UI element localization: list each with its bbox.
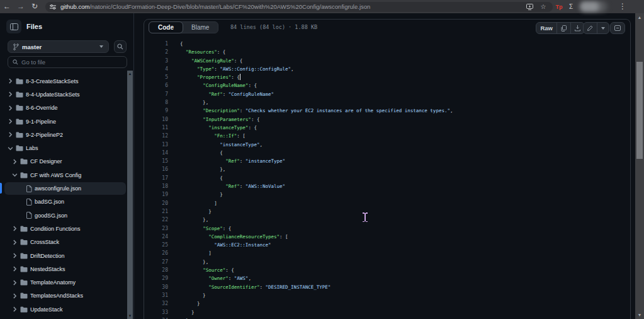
line-number[interactable]: 24 [149,233,168,241]
tree-item-nestedstacks[interactable]: NestedStacks [0,262,127,276]
download-button[interactable] [570,23,584,33]
extension-tp-icon[interactable]: Tp [553,4,565,10]
collapse-sidebar-icon[interactable] [6,20,21,33]
code-line-15[interactable]: 15 "Ref": "instanceType" [144,157,630,165]
line-number[interactable]: 20 [149,199,168,207]
code-editor[interactable]: 1{2 "Resources": {3 "AWSConfigRule": {4 … [144,40,630,319]
code-line-1[interactable]: 1{ [144,40,630,48]
code-line-7[interactable]: 7 "Ref": "ConfigRuleName" [144,90,630,98]
sidebar-scrollbar[interactable]: ▲ ▼ [127,71,133,319]
line-number[interactable]: 26 [149,249,168,257]
tree-item-8-4-updatestacksets[interactable]: 8-4-UpdateStackSets [0,88,127,101]
line-number[interactable]: 5 [149,73,168,81]
address-bar[interactable]: github.com/natonic/CloudFormation-Deep-D… [45,2,553,12]
code-line-4[interactable]: 4 "Type": "AWS::Config::ConfigRule", [144,65,630,73]
tab-code[interactable]: Code [149,21,183,33]
bookmark-star-icon[interactable]: ☆ [538,3,549,10]
tree-item-updatestack[interactable]: UpdateStack [0,303,127,316]
code-line-32[interactable]: 32 } [144,299,630,308]
line-number[interactable]: 21 [149,207,168,216]
code-line-9[interactable]: 9 "Description": "Checks whether your EC… [144,107,630,115]
code-line-8[interactable]: 8 }, [144,98,630,107]
tree-item-driftdetection[interactable]: DriftDetection [0,249,127,262]
tree-item-condition-functions[interactable]: Condition Functions [0,222,127,235]
browser-menu-icon[interactable]: ⋮ [616,0,630,13]
tree-item-badsg.json[interactable]: badSG.json [0,195,127,209]
line-number[interactable]: 33 [149,308,168,316]
tree-item-awsconfigrule.json[interactable]: awsconfigrule.json [0,182,127,195]
code-line-28[interactable]: 28 "Source": { [144,266,630,274]
code-line-13[interactable]: 13 "instanceType", [144,141,630,149]
code-line-26[interactable]: 26 ] [144,249,630,257]
line-number[interactable]: 16 [149,165,168,173]
tree-item-labs[interactable]: Labs [0,141,127,154]
scroll-up-icon[interactable]: ▲ [127,72,133,76]
code-line-34[interactable]: 34 }, [144,316,630,319]
line-number[interactable]: 15 [149,157,168,165]
line-number[interactable]: 8 [149,98,168,107]
code-line-24[interactable]: 24 "ComplianceResourceTypes": [ [144,233,630,241]
code-line-12[interactable]: 12 "Fn::If": [ [144,132,630,140]
line-number[interactable]: 10 [149,115,168,124]
profile-avatar[interactable] [579,1,608,12]
line-number[interactable]: 7 [149,90,168,98]
extension-sigma-icon[interactable]: Σ [565,3,577,10]
line-number[interactable]: 23 [149,224,168,233]
site-settings-icon[interactable] [49,3,57,11]
scroll-down-icon[interactable]: ▼ [635,313,644,317]
code-line-11[interactable]: 11 "instanceType": { [144,124,630,132]
code-line-17[interactable]: 17 { [144,174,630,182]
code-line-25[interactable]: 25 "AWS::EC2::Instance" [144,241,630,249]
code-line-29[interactable]: 29 "Owner": "AWS", [144,274,630,282]
line-number[interactable]: 6 [149,81,168,90]
raw-button[interactable]: Raw [536,23,556,33]
tree-item-goodsg.json[interactable]: goodSG.json [0,209,127,222]
edit-button[interactable] [584,23,597,33]
line-number[interactable]: 28 [149,266,168,274]
code-line-16[interactable]: 16 }, [144,165,630,173]
line-number[interactable]: 13 [149,141,168,149]
code-line-3[interactable]: 3 "AWSConfigRule": { [144,57,630,65]
forward-icon[interactable]: → [14,0,28,13]
scroll-down-icon[interactable]: ▼ [127,314,133,318]
window-scrollbar[interactable]: ▲ ▼ [635,13,644,319]
line-number[interactable]: 11 [149,124,168,132]
code-line-18[interactable]: 18 "Ref": "AWS::NoValue" [144,182,630,190]
line-number[interactable]: 27 [149,258,168,266]
code-line-14[interactable]: 14 { [144,149,630,157]
send-to-device-icon[interactable] [526,4,538,10]
line-number[interactable]: 34 [149,316,168,319]
tree-item-cf-designer[interactable]: CF Designer [0,155,127,168]
url-text[interactable]: github.com/natonic/CloudFormation-Deep-D… [60,3,526,10]
branch-selector[interactable]: master [8,40,109,53]
code-line-6[interactable]: 6 "ConfigRuleName": { [144,81,630,90]
line-number[interactable]: 18 [149,182,168,190]
code-line-10[interactable]: 10 "InputParameters": { [144,115,630,124]
code-line-5[interactable]: 5 "Properties": { [144,73,630,81]
code-line-27[interactable]: 27 }, [144,258,630,266]
code-line-20[interactable]: 20 ] [144,199,630,207]
back-icon[interactable]: ← [0,0,14,13]
code-line-22[interactable]: 22 }, [144,216,630,224]
code-line-30[interactable]: 30 "SourceIdentifier": "DESIRED_INSTANCE… [144,283,630,291]
tree-item-9-2-pipelinep2[interactable]: 9-2-PipelineP2 [0,128,127,141]
code-line-31[interactable]: 31 } [144,291,630,299]
line-number[interactable]: 9 [149,107,168,115]
code-line-21[interactable]: 21 } [144,207,630,216]
tree-item-templatesandstacks[interactable]: TemplatesAndStacks [0,289,127,303]
line-number[interactable]: 25 [149,241,168,249]
line-number[interactable]: 12 [149,132,168,140]
line-number[interactable]: 1 [149,40,168,48]
symbols-panel-button[interactable] [611,23,624,33]
code-line-2[interactable]: 2 "Resources": { [144,48,630,56]
reload-icon[interactable]: ↻ [28,0,42,13]
line-number[interactable]: 4 [149,65,168,73]
line-number[interactable]: 30 [149,283,168,291]
go-to-file-input[interactable]: Go to file [8,56,127,68]
line-number[interactable]: 17 [149,174,168,182]
tree-item-9-1-pipeline[interactable]: 9-1-Pipeline [0,115,127,128]
code-line-33[interactable]: 33 } [144,308,630,316]
line-number[interactable]: 3 [149,57,168,65]
search-button[interactable] [114,40,127,53]
line-number[interactable]: 14 [149,149,168,157]
